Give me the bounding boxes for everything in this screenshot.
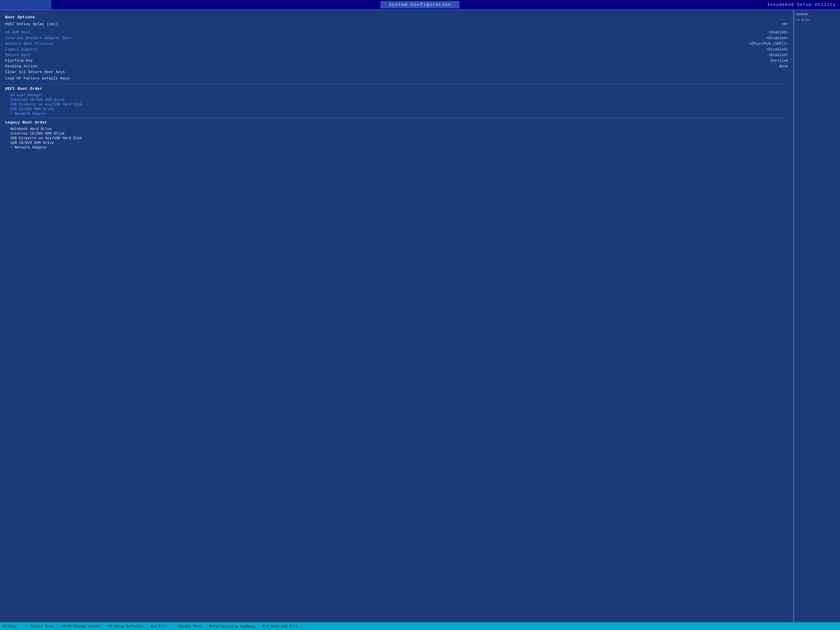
key-arrows-select-menu: ↔ Select Menu xyxy=(175,624,202,628)
legacy-item-usb-cdvd[interactable]: USB CD/DVD ROM Drive xyxy=(10,141,788,145)
content-area: Boot Options POST Hotkey Delay (sec) <0>… xyxy=(0,10,794,622)
uefi-boot-order-header-row: UEFI Boot Order xyxy=(5,86,788,93)
uefi-boot-order-list: OS boot Manager Internal CD/DVD ROM Driv… xyxy=(5,93,788,116)
legacy-support-row[interactable]: Legacy Support <Disabled> xyxy=(5,47,788,52)
post-hotkey-value: <0> xyxy=(782,22,788,26)
secure-boot-row[interactable]: Secure Boot <Enabled> xyxy=(5,52,788,58)
uefi-item-network-adapter[interactable]: ! Network Adapter xyxy=(10,111,788,116)
section-label: System Configuration xyxy=(389,2,451,7)
uefi-item-usb-diskette[interactable]: USB Diskette on Key/USB Hard Disk xyxy=(10,102,788,107)
sidebar-text: to press xyxy=(796,18,838,22)
post-hotkey-label: POST Hotkey Delay (sec) xyxy=(5,22,58,26)
legacy-item-network-adapter[interactable]: ! Network Adapter xyxy=(10,145,788,150)
legacy-item-notebook-hd[interactable]: Notebook Hard Drive xyxy=(10,126,788,131)
key-esc: Esc Exit xyxy=(151,624,167,628)
key-f5f6: F5/F6 Change Values xyxy=(61,624,100,628)
legacy-support-label: Legacy Support xyxy=(5,47,37,52)
cdrom-boot-label: CD-ROM Boot xyxy=(5,30,30,35)
pending-action-row[interactable]: Pending Action None xyxy=(5,64,788,69)
legacy-item-internal-cdvd[interactable]: Internal CD/DVD ROM Drive xyxy=(10,131,788,136)
key-select-item-desc: Select Item xyxy=(30,624,53,628)
top-bar-left xyxy=(0,0,52,9)
load-hp-factory-keys-row[interactable]: Load HP Factory Default Keys ← xyxy=(5,75,788,82)
platform-key-label: Platform Key xyxy=(5,59,33,63)
cdrom-boot-value: <Enabled> xyxy=(769,30,788,35)
pending-action-value: None xyxy=(779,64,788,68)
top-bar: System Configuration InsydeH20 Setup Uti… xyxy=(0,0,840,10)
secure-boot-label: Secure Boot xyxy=(5,53,30,57)
key-enter: Enter Select ▶ SubMenu xyxy=(209,624,255,628)
key-esc-label: Esc xyxy=(151,624,157,628)
clear-secure-boot-keys-label: Clear All Secure Boot Keys xyxy=(5,70,65,74)
key-f1-desc: Help xyxy=(8,624,17,628)
boot-options-title: Boot Options xyxy=(5,15,35,20)
key-enter-desc: Select ▶ SubMenu xyxy=(221,624,255,628)
leftright-arrow-icon: ↔ xyxy=(175,624,177,628)
pending-action-label: Pending Action xyxy=(5,64,37,68)
network-boot-protocol-value: <IPv4+IPv6 (UEFI)> xyxy=(749,42,788,46)
key-f10-label: F10 xyxy=(263,624,269,628)
internal-network-boot-row[interactable]: Internal Network Adapter Boot <Disabled> xyxy=(5,36,788,41)
post-hotkey-row[interactable]: POST Hotkey Delay (sec) <0> xyxy=(5,22,788,27)
updown-arrow-icon: ↑↓ xyxy=(24,624,28,628)
divider-1 xyxy=(5,84,788,84)
right-sidebar: Custom to press xyxy=(794,10,840,622)
uefi-item-internal-cdvd[interactable]: Internal CD/DVD ROM Drive xyxy=(10,98,788,102)
uefi-item-usb-cdvd[interactable]: USB CD/DVD ROM Drive xyxy=(10,107,788,111)
network-boot-protocol-row[interactable]: Network Boot Protocol <IPv4+IPv6 (UEFI)> xyxy=(5,41,788,46)
key-arrows-select-item: ↑↓ Select Item xyxy=(24,624,53,628)
load-hp-factory-keys-label: Load HP Factory Default Keys xyxy=(5,76,70,81)
legacy-boot-order-title: Legacy Boot Order xyxy=(5,120,47,125)
key-f9-label: F9 xyxy=(108,624,112,628)
key-f1-label: F1 xyxy=(3,624,7,628)
internal-network-boot-value: <Disabled> xyxy=(766,36,788,40)
key-f5f6-label: F5/F6 xyxy=(61,624,71,628)
secure-boot-value: <Enabled> xyxy=(769,53,788,57)
key-f5f6-desc: Change Values xyxy=(73,624,100,628)
legacy-item-usb-diskette[interactable]: USB Diskette on Key/USB Hard Disk xyxy=(10,136,788,141)
internal-network-boot-label: Internal Network Adapter Boot xyxy=(5,36,72,40)
key-enter-label: Enter xyxy=(209,624,220,628)
utility-title: InsydeH20 Setup Utility xyxy=(767,3,836,7)
key-select-menu-desc: Select Menu xyxy=(178,624,202,628)
legacy-boot-order-list: Notebook Hard Drive Internal CD/DVD ROM … xyxy=(5,126,788,150)
legacy-boot-order-header-row: Legacy Boot Order xyxy=(5,120,788,126)
key-f1: F1 Help xyxy=(3,624,17,628)
platform-key-row[interactable]: Platform Key Enrolled xyxy=(5,58,788,63)
platform-key-value: Enrolled xyxy=(771,59,788,63)
key-f9-desc: Setup Defaults xyxy=(114,624,143,628)
uefi-boot-order-title: UEFI Boot Order xyxy=(5,87,42,91)
key-f10-desc: Save and Exit xyxy=(270,624,298,628)
red-arrow-icon: ← xyxy=(77,75,82,82)
section-tab: System Configuration xyxy=(381,1,459,8)
bottom-bar: F1 Help ↑↓ Select Item F5/F6 Change Valu… xyxy=(0,622,840,630)
cdrom-boot-row[interactable]: CD-ROM Boot <Enabled> xyxy=(5,30,788,35)
clear-secure-boot-keys-row[interactable]: Clear All Secure Boot Keys xyxy=(5,69,788,75)
uefi-item-os-boot-manager[interactable]: OS boot Manager xyxy=(10,93,788,98)
boot-options-header-row: Boot Options xyxy=(5,14,788,21)
key-f9: F9 Setup Defaults xyxy=(108,624,143,628)
key-esc-desc: Exit xyxy=(159,624,167,628)
sidebar-title: Custom xyxy=(796,13,838,16)
key-f10: F10 Save and Exit xyxy=(263,624,298,628)
main-layout: Boot Options POST Hotkey Delay (sec) <0>… xyxy=(0,10,840,622)
network-boot-protocol-label: Network Boot Protocol xyxy=(5,42,54,46)
legacy-support-value: <Disabled> xyxy=(766,47,788,52)
